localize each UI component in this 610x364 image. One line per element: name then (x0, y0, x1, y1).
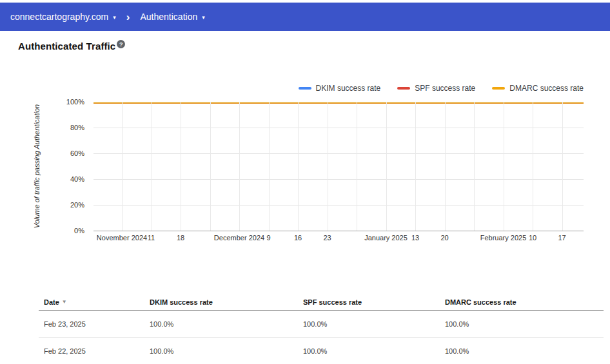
h-gridline (93, 153, 584, 154)
v-gridline (328, 102, 328, 231)
v-gridline (562, 102, 563, 231)
chart-lines (93, 102, 584, 231)
caret-down-icon: ▾ (202, 15, 205, 21)
table-row: Feb 23, 2025 100.0% 100.0% 100.0% (39, 311, 604, 338)
caret-down-icon: ▾ (113, 15, 116, 21)
h-gridline (93, 179, 584, 180)
legend-label-dkim: DKIM success rate (316, 84, 381, 93)
x-tick-label: January 2025 (364, 234, 408, 242)
x-tick-label: November 2024 (97, 234, 147, 242)
v-gridline (122, 102, 123, 231)
table-row: Feb 22, 2025 100.0% 100.0% 100.0% (39, 338, 604, 364)
cell-dkim: 100.0% (144, 347, 298, 355)
chart-legend: DKIM success rate SPF success rate DMARC… (299, 84, 584, 93)
x-tick-label: 10 (529, 234, 536, 242)
legend-item-dmarc: DMARC success rate (492, 84, 584, 93)
x-tick-label: 13 (411, 234, 419, 242)
y-tick-label: 20% (70, 201, 84, 209)
dkim-line-swatch (299, 87, 311, 90)
column-header-dkim[interactable]: DKIM success rate (144, 298, 298, 306)
v-gridline (269, 102, 270, 231)
y-tick-label: 40% (70, 175, 84, 183)
data-table: Date ▼ DKIM success rate SPF success rat… (39, 294, 604, 364)
domain-selector[interactable]: connectcartography.com ▾ (10, 12, 116, 22)
y-tick-label: 0% (74, 227, 84, 235)
x-tick-label: 16 (294, 234, 302, 242)
h-gridline (93, 102, 584, 102)
table-header-row: Date ▼ DKIM success rate SPF success rat… (39, 294, 604, 311)
x-tick-label: 20 (440, 234, 448, 242)
x-tick-label: 17 (558, 234, 566, 242)
x-tick-label: 23 (323, 234, 331, 242)
column-header-spf[interactable]: SPF success rate (298, 298, 440, 306)
v-gridline (474, 102, 475, 231)
h-gridline (93, 231, 584, 231)
v-gridline (386, 102, 387, 231)
v-gridline (210, 102, 211, 231)
y-tick-label: 60% (70, 149, 84, 157)
top-navigation-bar: connectcartography.com ▾ › Authenticatio… (0, 3, 610, 31)
spf-line-swatch (397, 87, 410, 90)
legend-label-spf: SPF success rate (415, 84, 475, 93)
x-tick-label: February 2025 (480, 234, 527, 242)
breadcrumb-chevron-icon: › (126, 12, 130, 23)
plot-area (93, 102, 584, 231)
help-icon[interactable]: ? (117, 40, 125, 48)
v-gridline (504, 102, 504, 231)
legend-item-spf: SPF success rate (397, 84, 475, 93)
v-gridline (181, 102, 181, 231)
v-gridline (533, 102, 533, 231)
column-header-date-label: Date (44, 298, 59, 306)
v-gridline (415, 102, 416, 231)
cell-dmarc: 100.0% (440, 320, 604, 328)
sort-descending-icon: ▼ (62, 300, 67, 305)
x-tick-label: 18 (177, 234, 184, 242)
y-tick-label: 80% (70, 124, 84, 131)
dmarc-line-swatch (492, 87, 505, 90)
v-gridline (152, 102, 152, 231)
x-tick-label: 11 (148, 234, 155, 242)
cell-date: Feb 22, 2025 (39, 347, 144, 355)
v-gridline (445, 102, 446, 231)
section-selector-label: Authentication (140, 12, 197, 22)
y-tick-label: 100% (66, 98, 84, 106)
cell-date: Feb 23, 2025 (39, 320, 144, 328)
section-selector[interactable]: Authentication ▾ (140, 12, 204, 22)
page-title: Authenticated Traffic (18, 41, 115, 52)
v-gridline (357, 102, 357, 231)
cell-dkim: 100.0% (144, 320, 298, 328)
y-axis-labels: 100%80%60%40%20%0% (58, 102, 88, 231)
domain-selector-label: connectcartography.com (10, 12, 108, 22)
legend-item-dkim: DKIM success rate (299, 84, 381, 93)
column-header-dmarc[interactable]: DMARC success rate (440, 298, 604, 306)
legend-label-dmarc: DMARC success rate (509, 84, 584, 93)
page-title-row: Authenticated Traffic ? (18, 41, 125, 52)
y-axis-title: Volume of traffic passing Authentication (33, 104, 41, 228)
x-tick-label: 9 (266, 234, 270, 242)
cell-spf: 100.0% (298, 320, 440, 328)
x-axis-labels: November 20241118December 202491623Janua… (93, 234, 584, 244)
cell-dmarc: 100.0% (440, 347, 604, 355)
h-gridline (93, 128, 584, 128)
v-gridline (298, 102, 299, 231)
h-gridline (93, 205, 584, 206)
column-header-date[interactable]: Date ▼ (39, 298, 144, 306)
x-tick-label: December 2024 (214, 234, 264, 242)
v-gridline (239, 102, 240, 231)
cell-spf: 100.0% (298, 347, 440, 355)
